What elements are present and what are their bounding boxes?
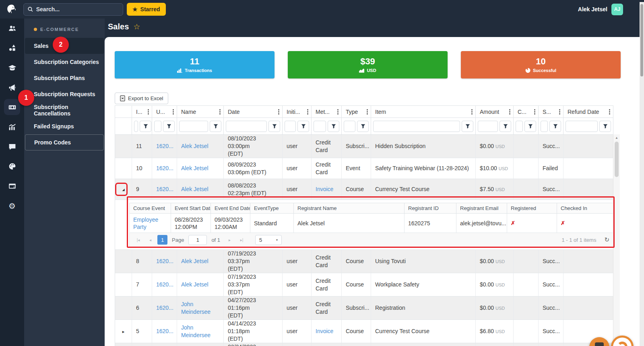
name-link[interactable]: John Meindersee [181, 301, 211, 315]
table-row[interactable]: 7 1620... Alek Jetsel 07/19/2023 03:37pm… [115, 273, 613, 297]
filter-button[interactable] [140, 121, 151, 132]
table-row[interactable]: 6 1620... John Meindersee 04/27/2023 01:… [115, 297, 613, 320]
funnel-icon [528, 124, 533, 129]
user-id-link[interactable]: 1620... [156, 165, 173, 171]
column-header-initiated[interactable]: Initi... [283, 106, 312, 118]
stat-card-usd[interactable]: $39 USD [288, 51, 448, 78]
user-id-link[interactable]: 1620... [156, 186, 173, 192]
column-header-method[interactable]: Met... [312, 106, 342, 118]
filter-button[interactable] [524, 121, 536, 132]
grid-scrollbar-thumb [615, 142, 619, 177]
sidebar-item-messages[interactable] [0, 137, 24, 157]
column-header-id[interactable]: I... [132, 106, 152, 118]
user-id-link[interactable]: 1620... [156, 143, 173, 149]
filter-button[interactable] [357, 121, 369, 132]
column-header-status[interactable]: S... [539, 106, 564, 118]
name-link[interactable]: Alek Jetsel [181, 165, 208, 171]
filter-input[interactable] [566, 121, 598, 132]
sidebar-item-subscription-requests[interactable]: Subscription Requests [25, 86, 104, 102]
scroll-up-icon: ▲ [613, 134, 620, 140]
export-to-excel-button[interactable]: Export to Excel [115, 93, 168, 104]
expand-cell [115, 135, 132, 158]
sidebar-item-users[interactable] [0, 19, 24, 38]
filter-button[interactable] [462, 121, 473, 132]
name-link[interactable]: Alek Jetsel [181, 258, 208, 264]
favorite-star-icon[interactable]: ☆ [133, 22, 140, 31]
invoice-link[interactable]: Invoice [316, 186, 333, 192]
name-link[interactable]: Alek Jetsel [181, 281, 208, 288]
filter-button[interactable] [328, 121, 339, 132]
search-input[interactable] [36, 6, 119, 12]
user-id-link[interactable]: 1620... [156, 281, 173, 288]
sidebar-item-subscription-plans[interactable]: Subscription Plans [25, 70, 104, 86]
filter-button[interactable] [268, 121, 280, 132]
sidebar-item-reports[interactable] [0, 38, 24, 58]
column-menu-icon [219, 109, 221, 114]
column-header-refund-date[interactable]: Refund Date [564, 106, 613, 118]
sidebar-item-site[interactable] [0, 176, 24, 196]
table-row[interactable]: ▸ 5 1620... John Meindersee 04/14/2023 0… [115, 320, 613, 343]
filter-input[interactable] [478, 121, 498, 132]
sidebar-item-analytics[interactable] [0, 117, 24, 137]
column-header-name[interactable]: Name [177, 106, 224, 118]
sidebar-item-subscription-categories[interactable]: Subscription Categories [25, 54, 104, 70]
column-header-item[interactable]: Item [371, 106, 476, 118]
sidebar-item-failed-signups[interactable]: Failed Signups [25, 118, 104, 134]
sidebar-item-learning[interactable] [0, 58, 24, 78]
page-title: Sales [108, 22, 129, 31]
table-row[interactable]: John Meindersee 03/24/2023 09:20am (EDT)… [115, 343, 613, 346]
filter-button[interactable] [599, 121, 611, 132]
user-id-link[interactable]: 1620... [156, 305, 173, 311]
filter-input[interactable] [373, 121, 460, 132]
filter-input[interactable] [134, 121, 138, 132]
filter-input[interactable] [179, 121, 208, 132]
sidebar-item-subscription-cancellations[interactable]: Subscription Cancellations [25, 102, 104, 118]
table-row[interactable]: 10 1620... Alek Jetsel 08/09/2023 03:06p… [115, 158, 613, 179]
column-menu-icon [307, 109, 308, 114]
user-id-link[interactable]: 1620... [156, 258, 173, 264]
filter-row [115, 118, 613, 135]
star-icon: ★ [132, 6, 138, 12]
name-link[interactable]: Alek Jetsel [181, 186, 208, 192]
tovuti-logo-icon[interactable] [5, 3, 18, 16]
filter-button[interactable] [500, 121, 511, 132]
column-header-user[interactable]: U... [152, 106, 177, 118]
column-header-type[interactable]: Type [342, 106, 371, 118]
sidebar-item-settings[interactable]: ⚙ [0, 196, 24, 216]
sidebar-item-branding[interactable] [0, 157, 24, 176]
avatar[interactable]: AJ [611, 4, 623, 15]
expand-cell [115, 158, 132, 179]
analytics-icon [8, 123, 17, 131]
sidebar-item-promo-codes[interactable]: Promo Codes [25, 134, 104, 150]
filter-button[interactable] [210, 121, 221, 132]
starred-button[interactable]: ★ Starred [127, 3, 166, 16]
name-link[interactable]: Alek Jetsel [181, 143, 208, 149]
table-row[interactable]: 8 1620... Alek Jetsel 07/19/2023 03:37pm… [115, 250, 613, 273]
expand-cell[interactable]: ▸ [115, 320, 132, 343]
stat-card-successful[interactable]: 10 Successful [461, 51, 621, 78]
filter-button[interactable] [163, 121, 175, 132]
filter-input[interactable] [314, 121, 326, 132]
user-id-link[interactable]: 1620... [156, 328, 173, 334]
page-scrollbar[interactable] [640, 2, 644, 346]
filter-input[interactable] [226, 121, 267, 132]
learning-icon [8, 64, 17, 72]
filter-button[interactable] [297, 121, 309, 132]
filter-input[interactable] [541, 121, 548, 132]
filter-input[interactable] [344, 121, 355, 132]
invoice-link[interactable]: Invoice [316, 328, 333, 334]
funnel-icon [465, 124, 470, 129]
column-header-amount[interactable]: Amount [476, 106, 514, 118]
table-row[interactable]: 11 1620... Alek Jetsel 08/10/2023 03:00p… [115, 135, 613, 158]
funnel-icon [603, 124, 608, 129]
filter-input[interactable] [516, 121, 523, 132]
name-link[interactable]: John Meindersee [181, 324, 211, 338]
search-icon [28, 6, 33, 12]
filter-input[interactable] [285, 121, 296, 132]
filter-input[interactable] [154, 121, 161, 132]
column-header-date[interactable]: Date [224, 106, 283, 118]
filter-button[interactable] [549, 121, 561, 132]
column-header-currency[interactable]: C... [514, 106, 539, 118]
user-name: Alek Jetsel [578, 6, 607, 12]
stat-card-transactions[interactable]: 11 Transactions [115, 51, 275, 78]
